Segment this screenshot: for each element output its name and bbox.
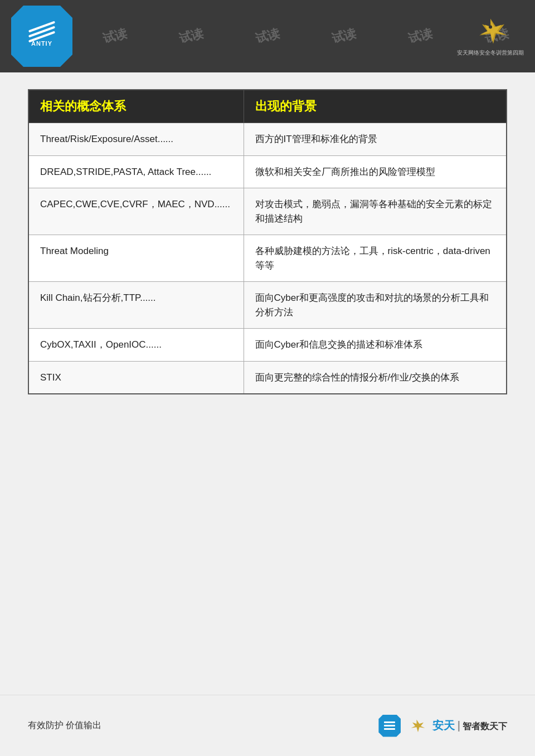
- row-1-left: DREAD,STRIDE,PASTA, Attack Tree......: [28, 155, 244, 188]
- footer-antiy-icon-line-2: [384, 725, 395, 726]
- wm-6: 试读: [406, 25, 434, 47]
- footer-antiy-icon: [378, 715, 401, 737]
- footer-logo-badge: 安天|智者数天下: [378, 715, 507, 737]
- header-right: 安天网络安全冬训营第四期: [457, 16, 524, 57]
- row-3-left: Threat Modeling: [28, 235, 244, 282]
- row-5-right: 面向Cyber和信息交换的描述和标准体系: [244, 329, 507, 362]
- logo-text: ANTIY: [31, 40, 52, 47]
- row-6-right: 面向更完整的综合性的情报分析/作业/交换的体系: [244, 361, 507, 394]
- footer-eagle-icon: [404, 715, 429, 737]
- table-row: STIX面向更完整的综合性的情报分析/作业/交换的体系: [28, 361, 507, 394]
- svg-marker-3: [411, 719, 425, 732]
- row-4-right: 面向Cyber和更高强度的攻击和对抗的场景的分析工具和分析方法: [244, 282, 507, 329]
- row-1-right: 微软和相关安全厂商所推出的风险管理模型: [244, 155, 507, 188]
- table-row: CAPEC,CWE,CVE,CVRF，MAEC，NVD......对攻击模式，脆…: [28, 188, 507, 235]
- row-6-left: STIX: [28, 361, 244, 394]
- header-brand-icon: [465, 16, 515, 47]
- footer-antiy-icon-inner: [383, 719, 396, 733]
- main-content: 相关的概念体系 出现的背景 Threat/Risk/Exposure/Asset…: [28, 89, 507, 689]
- row-5-left: CybOX,TAXII，OpenIOC......: [28, 329, 244, 362]
- table-row: Threat Modeling各种威胁建模的方法论，工具，risk-centri…: [28, 235, 507, 282]
- row-0-right: 西方的IT管理和标准化的背景: [244, 123, 507, 156]
- wm-2: 试读: [101, 25, 129, 47]
- wm-5: 试读: [330, 25, 358, 47]
- brand-svg: [465, 16, 515, 47]
- header-logo: ANTIY: [11, 6, 72, 67]
- table-row: DREAD,STRIDE,PASTA, Attack Tree......微软和…: [28, 155, 507, 188]
- wm-3: 试读: [177, 25, 205, 47]
- footer-pipe: |: [457, 719, 460, 731]
- row-3-right: 各种威胁建模的方法论，工具，risk-centric，data-driven等等: [244, 235, 507, 282]
- row-2-right: 对攻击模式，脆弱点，漏洞等各种基础的安全元素的标定和描述结构: [244, 188, 507, 235]
- table-header-row: 相关的概念体系 出现的背景: [28, 90, 507, 123]
- table-row: Kill Chain,钻石分析,TTP......面向Cyber和更高强度的攻击…: [28, 282, 507, 329]
- logo-lines: [28, 26, 56, 38]
- row-0-left: Threat/Risk/Exposure/Asset......: [28, 123, 244, 156]
- table-row: CybOX,TAXII，OpenIOC......面向Cyber和信息交换的描述…: [28, 329, 507, 362]
- svg-point-2: [489, 26, 492, 29]
- footer-brand-main: 安天: [432, 719, 455, 731]
- header-watermark: 试读 试读 试读 试读 试读 试读 试读: [0, 0, 535, 72]
- row-2-left: CAPEC,CWE,CVE,CVRF，MAEC，NVD......: [28, 188, 244, 235]
- data-table: 相关的概念体系 出现的背景 Threat/Risk/Exposure/Asset…: [28, 89, 507, 394]
- footer-brand-text: 安天|智者数天下: [432, 718, 507, 733]
- header: ANTIY 试读 试读 试读 试读 试读 试读 试读 安天网络安全冬训营第四期: [0, 0, 535, 72]
- col1-header: 相关的概念体系: [28, 90, 244, 123]
- footer-right: 安天|智者数天下: [378, 715, 507, 737]
- table-row: Threat/Risk/Exposure/Asset......西方的IT管理和…: [28, 123, 507, 156]
- footer-brand-sub: 智者数天下: [463, 721, 507, 731]
- col2-header: 出现的背景: [244, 90, 507, 123]
- footer: 有效防护 价值输出 安天|智者数天下: [0, 695, 535, 756]
- footer-antiy-icon-line-1: [384, 721, 395, 723]
- wm-4: 试读: [254, 25, 281, 47]
- footer-left-text: 有效防护 价值输出: [28, 720, 101, 731]
- right-brand-text: 安天网络安全冬训营第四期: [457, 49, 524, 57]
- footer-antiy-icon-line-3: [384, 728, 395, 730]
- row-4-left: Kill Chain,钻石分析,TTP......: [28, 282, 244, 329]
